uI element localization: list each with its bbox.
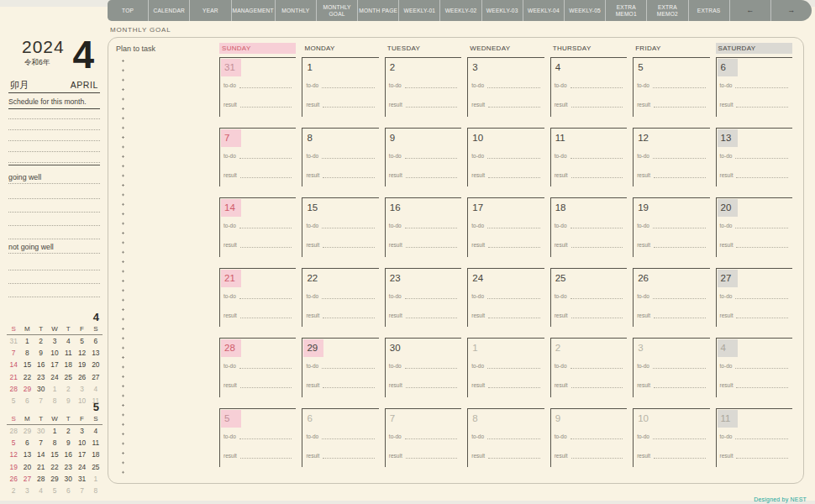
mini-day[interactable]: 23: [61, 461, 75, 473]
mini-day[interactable]: 6: [20, 437, 34, 449]
mini-day[interactable]: 2: [61, 425, 75, 437]
mini-day[interactable]: 5: [75, 335, 88, 347]
mini-day[interactable]: 25: [89, 461, 103, 473]
mini-day[interactable]: 10: [75, 437, 88, 449]
mini-day[interactable]: 25: [61, 371, 75, 383]
mini-day[interactable]: 5: [7, 437, 20, 449]
mini-day[interactable]: 29: [20, 425, 34, 437]
mini-day[interactable]: 28: [34, 473, 48, 485]
mini-day[interactable]: 3: [20, 485, 34, 496]
day-cell[interactable]: 18to-doresult: [550, 197, 627, 257]
mini-day[interactable]: 7: [75, 485, 88, 496]
tab-weekly-03[interactable]: WEEKLY-03: [482, 0, 523, 21]
day-cell[interactable]: 3to-doresult: [633, 338, 709, 397]
mini-day[interactable]: 1: [89, 473, 103, 485]
day-cell[interactable]: 6to-doresult: [716, 57, 792, 117]
mini-day[interactable]: 12: [75, 347, 88, 359]
mini-day[interactable]: 7: [34, 437, 48, 449]
mini-day[interactable]: 7: [7, 347, 20, 359]
day-cell[interactable]: 7to-doresult: [385, 408, 461, 468]
mini-day[interactable]: 31: [75, 473, 88, 485]
day-cell[interactable]: 5to-doresult: [219, 408, 296, 468]
day-cell[interactable]: 27to-doresult: [716, 268, 792, 328]
day-cell[interactable]: 8to-doresult: [302, 128, 378, 187]
mini-day[interactable]: 14: [7, 359, 20, 370]
mini-day[interactable]: 20: [20, 461, 34, 473]
mini-day[interactable]: 28: [7, 383, 20, 395]
day-cell[interactable]: 17to-doresult: [467, 197, 544, 257]
mini-day[interactable]: 19: [7, 461, 20, 473]
day-cell[interactable]: 1to-doresult: [302, 57, 378, 117]
mini-day[interactable]: 28: [7, 425, 20, 437]
day-cell[interactable]: 16to-doresult: [385, 197, 461, 257]
day-cell[interactable]: 14to-doresult: [219, 197, 296, 257]
day-cell[interactable]: 19to-doresult: [633, 197, 709, 257]
day-cell[interactable]: 3to-doresult: [467, 57, 544, 117]
mini-day[interactable]: 16: [34, 359, 48, 370]
mini-day[interactable]: 26: [75, 371, 88, 383]
mini-day[interactable]: 30: [61, 473, 75, 485]
mini-day[interactable]: 24: [75, 461, 88, 473]
mini-day[interactable]: 10: [48, 347, 61, 359]
day-cell[interactable]: 15to-doresult: [302, 197, 378, 257]
mini-day[interactable]: 21: [7, 371, 20, 383]
mini-day[interactable]: 17: [75, 449, 88, 460]
day-cell[interactable]: 26to-doresult: [633, 268, 709, 328]
day-cell[interactable]: 11to-doresult: [550, 128, 627, 187]
mini-day[interactable]: 1: [48, 383, 61, 395]
mini-day[interactable]: 16: [61, 449, 75, 460]
mini-day[interactable]: 20: [89, 359, 103, 370]
mini-day[interactable]: 15: [48, 449, 61, 460]
mini-day[interactable]: 1: [48, 425, 61, 437]
tab-monthly[interactable]: MONTHLY: [276, 0, 317, 21]
day-cell[interactable]: 21to-doresult: [219, 268, 296, 328]
day-cell[interactable]: 25to-doresult: [550, 268, 627, 328]
day-cell[interactable]: 5to-doresult: [633, 57, 709, 117]
day-cell[interactable]: 4to-doresult: [550, 57, 627, 117]
mini-day[interactable]: 17: [48, 359, 61, 370]
tab-extra-memo1[interactable]: EXTRA MEMO1: [606, 0, 647, 21]
day-cell[interactable]: 23to-doresult: [385, 268, 461, 328]
mini-day[interactable]: 18: [89, 449, 103, 460]
mini-day[interactable]: 18: [61, 359, 75, 370]
mini-day[interactable]: 21: [34, 461, 48, 473]
mini-day[interactable]: 22: [20, 371, 34, 383]
day-cell[interactable]: 11to-doresult: [716, 408, 792, 468]
mini-day[interactable]: 22: [48, 461, 61, 473]
tab-weekly-02[interactable]: WEEKLY-02: [440, 0, 481, 21]
day-cell[interactable]: 2to-doresult: [385, 57, 461, 117]
mini-day[interactable]: 31: [7, 335, 20, 347]
tab-→[interactable]: →: [771, 0, 812, 21]
mini-day[interactable]: 11: [89, 437, 103, 449]
tab-calendar[interactable]: CALENDAR: [149, 0, 190, 21]
day-cell[interactable]: 2to-doresult: [550, 338, 627, 397]
mini-day[interactable]: 29: [48, 473, 61, 485]
tab-month-page[interactable]: MONTH PAGE: [358, 0, 399, 21]
tab-extra-memo2[interactable]: EXTRA MEMO2: [647, 0, 688, 21]
mini-day[interactable]: 4: [61, 335, 75, 347]
day-cell[interactable]: 1to-doresult: [467, 338, 544, 397]
mini-day[interactable]: 6: [89, 335, 103, 347]
tab-←[interactable]: ←: [730, 0, 771, 21]
mini-day[interactable]: 14: [34, 449, 48, 460]
mini-day[interactable]: 30: [34, 425, 48, 437]
mini-day[interactable]: 13: [89, 347, 103, 359]
day-cell[interactable]: 30to-doresult: [385, 338, 461, 397]
mini-day[interactable]: 6: [61, 485, 75, 496]
tab-weekly-01[interactable]: WEEKLY-01: [399, 0, 440, 21]
mini-day[interactable]: 3: [75, 383, 88, 395]
mini-day[interactable]: 3: [48, 335, 61, 347]
mini-day[interactable]: 4: [34, 485, 48, 496]
mini-day[interactable]: 9: [61, 437, 75, 449]
mini-day[interactable]: 9: [34, 347, 48, 359]
mini-day[interactable]: 8: [48, 437, 61, 449]
mini-day[interactable]: 5: [48, 485, 61, 496]
day-cell[interactable]: 22to-doresult: [302, 268, 378, 328]
mini-day[interactable]: 26: [7, 473, 20, 485]
mini-day[interactable]: 8: [20, 347, 34, 359]
tab-year[interactable]: YEAR: [190, 0, 231, 21]
mini-day[interactable]: 1: [20, 335, 34, 347]
mini-day[interactable]: 24: [48, 371, 61, 383]
day-cell[interactable]: 7to-doresult: [219, 128, 296, 187]
tab-management[interactable]: MANAGEMENT: [232, 0, 276, 21]
